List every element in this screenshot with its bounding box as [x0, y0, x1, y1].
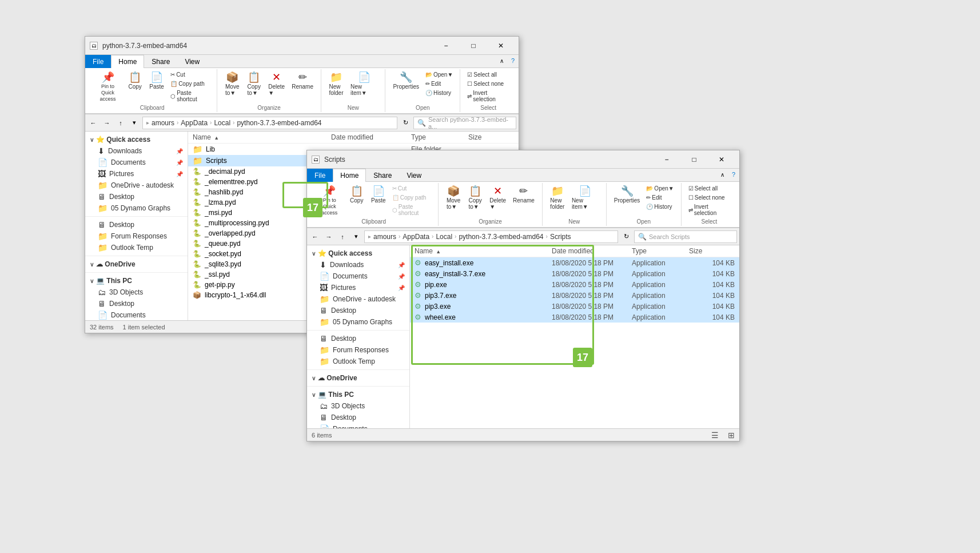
- forward-btn-2[interactable]: →: [323, 230, 334, 243]
- paste-btn-2[interactable]: 📄 Paste: [368, 184, 389, 205]
- new-item-btn-1[interactable]: 📄 New item▼: [348, 70, 380, 98]
- tab-home-1[interactable]: Home: [111, 55, 144, 68]
- recent-btn-2[interactable]: ▾: [350, 230, 362, 243]
- onedrive-header-1[interactable]: ∨ ☁ OneDrive: [85, 258, 188, 270]
- sidebar-desktop-2[interactable]: 🖥 Desktop: [307, 305, 409, 316]
- quick-access-header-1[interactable]: ∨ ⭐ Quick access: [85, 134, 188, 145]
- select-none-btn-1[interactable]: ☐ Select none: [465, 79, 512, 88]
- refresh-btn-2[interactable]: ↻: [620, 230, 632, 243]
- sidebar-documents-1[interactable]: 📄 Documents 📌: [85, 157, 188, 168]
- file-row-easy-install[interactable]: ⚙easy_install.exe 18/08/2020 5:18 PM App…: [410, 257, 739, 268]
- up-btn-2[interactable]: ↑: [337, 230, 348, 243]
- copy-to-btn-1[interactable]: 📋 Copyto▼: [244, 70, 264, 98]
- back-btn-1[interactable]: ←: [87, 117, 99, 129]
- sidebar-desktop-1[interactable]: 🖥 Desktop: [85, 191, 188, 202]
- copy-btn-1[interactable]: 📋 Copy: [125, 70, 145, 91]
- paste-shortcut-btn-1[interactable]: ⬡ Paste shortcut: [168, 89, 212, 104]
- move-to-btn-1[interactable]: 📦 Moveto▼: [222, 70, 242, 98]
- tab-home-2[interactable]: Home: [333, 169, 366, 182]
- col-type-header-2[interactable]: Type: [632, 247, 689, 255]
- move-to-btn-2[interactable]: 📦 Moveto▼: [443, 184, 464, 212]
- view-details-icon[interactable]: ☰: [711, 431, 719, 440]
- tab-view-1[interactable]: View: [177, 55, 207, 68]
- sidebar-dynamo-2[interactable]: 📁 05 Dynamo Graphs: [307, 316, 409, 328]
- this-pc-header-1[interactable]: ∨ 💻 This PC: [85, 275, 188, 287]
- search-box-2[interactable]: 🔍 Search Scripts: [634, 230, 737, 243]
- sidebar-forum-1[interactable]: 📁 Forum Responses: [85, 230, 188, 242]
- sidebar-forum-2[interactable]: 📁 Forum Responses: [307, 344, 409, 356]
- view-large-icon[interactable]: ⊞: [728, 431, 735, 440]
- col-type-header-1[interactable]: Type: [411, 133, 468, 141]
- select-all-btn-1[interactable]: ☑ Select all: [465, 70, 512, 79]
- onedrive-header-2[interactable]: ∨ ☁ OneDrive: [307, 372, 409, 384]
- select-none-btn-2[interactable]: ☐Select none: [686, 193, 732, 202]
- file-row-easy-install-37[interactable]: ⚙easy_install-3.7.exe 18/08/2020 5:18 PM…: [410, 268, 739, 279]
- address-path-2[interactable]: ▸ amours › AppData › Local › python-3.7.…: [364, 230, 618, 243]
- refresh-btn-1[interactable]: ↻: [400, 117, 411, 129]
- col-size-header-1[interactable]: Size: [468, 133, 514, 141]
- file-row-pip37[interactable]: ⚙pip3.7.exe 18/08/2020 5:18 PM Applicati…: [410, 290, 739, 301]
- file-row-wheel[interactable]: ⚙wheel.exe 18/08/2020 5:18 PM Applicatio…: [410, 312, 739, 323]
- tab-view-2[interactable]: View: [399, 169, 429, 182]
- sidebar-onedrive-ad-1[interactable]: 📁 OneDrive - autodesk: [85, 180, 188, 191]
- new-folder-btn-2[interactable]: 📁 Newfolder: [547, 184, 568, 212]
- invert-sel-btn-1[interactable]: ⇌ Invert selection: [465, 89, 512, 104]
- delete-btn-2[interactable]: ✕ Delete▼: [487, 184, 509, 212]
- sidebar-desktop3-1[interactable]: 🖥 Desktop: [85, 298, 188, 309]
- paste-shortcut-btn-2[interactable]: ⬡Paste shortcut: [390, 202, 433, 217]
- help-btn-2[interactable]: ?: [728, 169, 739, 180]
- up-btn-1[interactable]: ↑: [115, 117, 126, 129]
- sidebar-pictures-1[interactable]: 🖼 Pictures 📌: [85, 168, 188, 180]
- sidebar-downloads-1[interactable]: ⬇ Downloads 📌: [85, 145, 188, 157]
- copy-path-btn-2[interactable]: 📋Copy path: [390, 193, 433, 202]
- tab-share-2[interactable]: Share: [366, 169, 399, 182]
- tab-file-1[interactable]: File: [85, 55, 111, 68]
- copy-btn-2[interactable]: 📋 Copy: [346, 184, 367, 205]
- minimize-btn-2[interactable]: −: [654, 152, 680, 168]
- rename-btn-1[interactable]: ✏ Rename: [289, 70, 316, 91]
- sidebar-3d-1[interactable]: 🗂 3D Objects: [85, 287, 188, 298]
- col-size-header-2[interactable]: Size: [689, 247, 735, 255]
- close-btn-2[interactable]: ✕: [708, 152, 735, 168]
- maximize-btn-2[interactable]: □: [681, 152, 707, 168]
- maximize-btn-1[interactable]: □: [460, 38, 487, 54]
- sidebar-docs-pc-1[interactable]: 📄 Documents: [85, 309, 188, 320]
- sidebar-outlook-2[interactable]: 📁 Outlook Temp: [307, 356, 409, 367]
- ribbon-collapse-1[interactable]: ∧: [496, 55, 507, 66]
- tab-share-1[interactable]: Share: [144, 55, 177, 68]
- file-row-pip[interactable]: ⚙pip.exe 18/08/2020 5:18 PM Application …: [410, 279, 739, 290]
- quick-access-header-2[interactable]: ∨ ⭐ Quick access: [307, 248, 409, 259]
- rename-btn-2[interactable]: ✏ Rename: [510, 184, 537, 205]
- minimize-btn-1[interactable]: −: [433, 38, 459, 54]
- delete-btn-1[interactable]: ✕ Delete▼: [265, 70, 288, 98]
- edit-btn-1[interactable]: ✏ Edit: [423, 79, 455, 88]
- properties-btn-1[interactable]: 🔧 Properties: [390, 70, 422, 91]
- search-box-1[interactable]: 🔍 Search python-3.7.3-embed-a...: [413, 117, 516, 129]
- select-all-btn-2[interactable]: ☑Select all: [686, 184, 732, 193]
- new-item-btn-2[interactable]: 📄 New item▼: [569, 184, 601, 212]
- paste-btn-1[interactable]: 📄 Paste: [146, 70, 167, 91]
- sidebar-docs-pc-2[interactable]: 📄 Documents: [307, 423, 409, 428]
- col-name-header-1[interactable]: Name ▲: [193, 133, 331, 141]
- history-btn-2[interactable]: 🕐History: [644, 202, 676, 211]
- address-path-1[interactable]: ▸ amours › AppData › Local › python-3.7.…: [142, 117, 397, 129]
- ribbon-collapse-2[interactable]: ∧: [716, 169, 728, 180]
- copy-to-btn-2[interactable]: 📋 Copyto▼: [465, 184, 485, 212]
- edit-btn-2[interactable]: ✏Edit: [644, 193, 676, 202]
- cut-btn-2[interactable]: ✂Cut: [390, 184, 433, 193]
- col-name-header-2[interactable]: Name ▲: [415, 247, 552, 255]
- back-btn-2[interactable]: ←: [309, 230, 321, 243]
- col-date-header-1[interactable]: Date modified: [331, 133, 411, 141]
- open-btn-2[interactable]: 📂Open▼: [644, 184, 676, 193]
- sidebar-desktop2-1[interactable]: 🖥 Desktop: [85, 219, 188, 230]
- copy-path-btn-1[interactable]: 📋 Copy path: [168, 79, 212, 88]
- forward-btn-1[interactable]: →: [101, 117, 113, 129]
- col-date-header-2[interactable]: Date modified: [552, 247, 632, 255]
- close-btn-1[interactable]: ✕: [488, 38, 514, 54]
- help-btn-1[interactable]: ?: [507, 55, 519, 66]
- sidebar-downloads-2[interactable]: ⬇ Downloads 📌: [307, 259, 409, 270]
- sidebar-dynamo-1[interactable]: 📁 05 Dynamo Graphs: [85, 202, 188, 214]
- open-btn-1[interactable]: 📂 Open▼: [423, 70, 455, 79]
- sidebar-onedrive-ad-2[interactable]: 📁 OneDrive - autodesk: [307, 293, 409, 305]
- invert-sel-btn-2[interactable]: ⇌Invert selection: [686, 202, 732, 217]
